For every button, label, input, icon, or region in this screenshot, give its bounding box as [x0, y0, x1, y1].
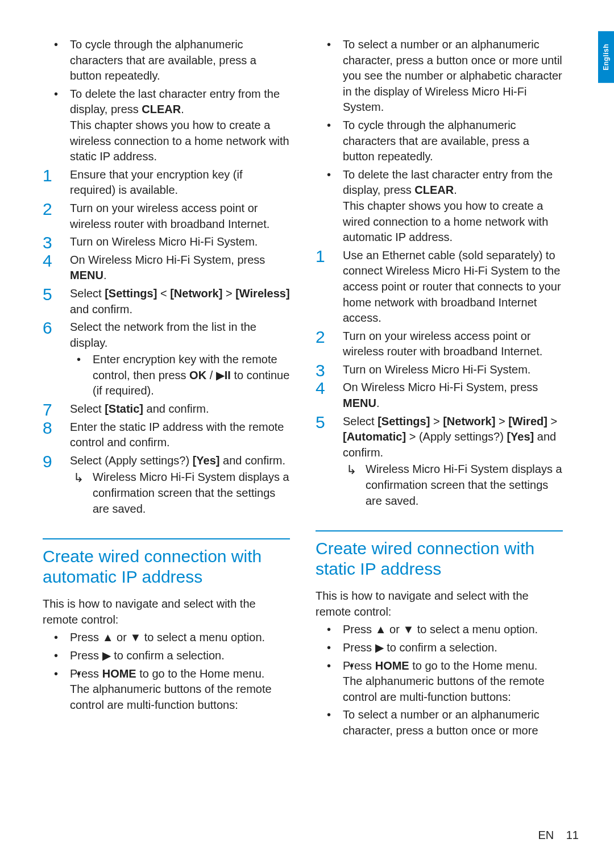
bullet-item: Press HOME to go to the Home menu.The al… [343, 658, 563, 705]
step-number: 1 [43, 164, 52, 187]
step-number: 4 [316, 376, 325, 400]
bullet-item: Press ▲ or ▼ to select a menu option. [70, 630, 290, 646]
bullet-item: Press ▶ to confirm a selection. [70, 648, 290, 664]
step-item: 4On Wireless Micro Hi-Fi System, press M… [70, 252, 290, 284]
step-number: 1 [316, 244, 325, 268]
bullet-item: To delete the last character entry from … [343, 167, 563, 246]
intro-bullet-list-right: To select a number or an alphanumeric ch… [316, 37, 563, 246]
intro-paragraph: This is how to navigate and select with … [316, 588, 563, 620]
bullet-item: Enter encryption key with the remote con… [93, 352, 290, 399]
sub-bullet-list: Enter encryption key with the remote con… [70, 352, 290, 399]
bullet-item: Press ▲ or ▼ to select a menu option. [343, 622, 563, 638]
nav-bullet-list-right: Press ▲ or ▼ to select a menu option. Pr… [316, 622, 563, 738]
step-item: 5Select [Settings] < [Network] > [Wirele… [70, 286, 290, 317]
steps-list-left: 1Ensure that your encryption key (if req… [43, 167, 290, 517]
step-number: 2 [316, 325, 325, 348]
step-item: 2Turn on your wireless access point or w… [70, 201, 290, 232]
intro-bullet-list-left: To cycle through the alphanumeric charac… [43, 37, 290, 165]
footer-label: EN [538, 829, 554, 841]
step-item: 3Turn on Wireless Micro Hi-Fi System. [343, 362, 563, 378]
page-body: To cycle through the alphanumeric charac… [0, 0, 614, 819]
bullet-item: Press HOME to go to the Home menu.The al… [70, 666, 290, 713]
section-heading: Create wired connection with static IP a… [316, 530, 563, 579]
step-item: 4On Wireless Micro Hi-Fi System, press M… [343, 380, 563, 411]
page-footer: EN 11 [538, 829, 579, 842]
step-item: 1Ensure that your encryption key (if req… [70, 167, 290, 198]
step-number: 5 [316, 410, 325, 434]
page-number: 11 [566, 829, 579, 841]
step-number: 2 [43, 197, 52, 221]
step-number: 4 [43, 249, 52, 272]
step-item: 6Select the network from the list in the… [70, 319, 290, 399]
bullet-item: To select a number or an alphanumeric ch… [343, 37, 563, 115]
step-number: 8 [43, 416, 52, 439]
bullet-item: To cycle through the alphanumeric charac… [343, 118, 563, 165]
nav-bullet-list-left: Press ▲ or ▼ to select a menu option. Pr… [43, 630, 290, 713]
bullet-item: Press ▶ to confirm a selection. [343, 640, 563, 656]
section-heading: Create wired connection with automatic I… [43, 538, 290, 587]
step-item: 7Select [Static] and confirm. [70, 401, 290, 417]
bullet-item: To select a number or an alphanumeric ch… [343, 707, 563, 738]
left-column: To cycle through the alphanumeric charac… [43, 37, 290, 784]
intro-paragraph: This is how to navigate and select with … [43, 596, 290, 628]
step-item: 9Select (Apply settings?) [Yes] and conf… [70, 453, 290, 517]
bullet-item: To cycle through the alphanumeric charac… [70, 37, 290, 84]
result-item: Wireless Micro Hi-Fi System displays a c… [343, 462, 563, 509]
step-item: 3Turn on Wireless Micro Hi-Fi System. [70, 234, 290, 250]
step-number: 6 [43, 316, 52, 339]
step-item: 2Turn on your wireless access point or w… [343, 329, 563, 360]
step-number: 9 [43, 450, 52, 473]
result-item: Wireless Micro Hi-Fi System displays a c… [70, 470, 290, 517]
step-item: 1Use an Ethernet cable (sold separately)… [343, 248, 563, 326]
right-column: To select a number or an alphanumeric ch… [316, 37, 563, 784]
steps-list-right: 1Use an Ethernet cable (sold separately)… [316, 248, 563, 509]
step-item: 8Enter the static IP address with the re… [70, 420, 290, 451]
language-tab: English [598, 31, 614, 83]
bullet-item: To delete the last character entry from … [70, 86, 290, 165]
step-number: 5 [43, 283, 52, 306]
step-item: 5Select [Settings] > [Network] > [Wired]… [343, 414, 563, 509]
